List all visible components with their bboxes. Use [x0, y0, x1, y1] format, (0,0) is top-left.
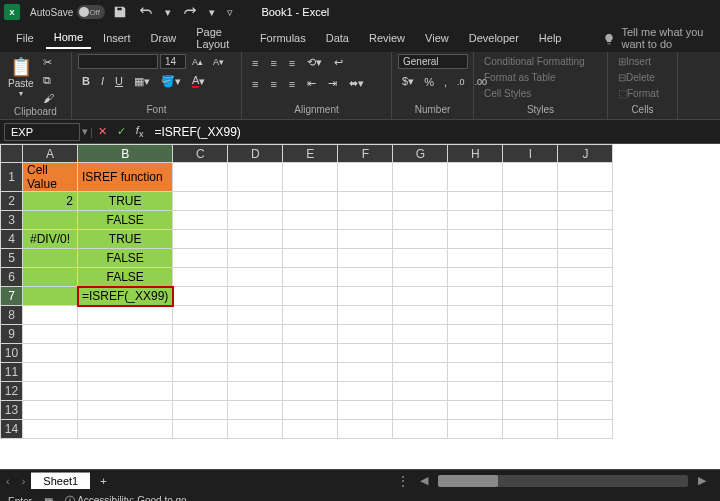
col-header-b[interactable]: B — [78, 145, 173, 163]
redo-icon[interactable] — [179, 5, 201, 19]
col-header-a[interactable]: A — [23, 145, 78, 163]
row-header-11[interactable]: 11 — [1, 363, 23, 382]
row-header-10[interactable]: 10 — [1, 344, 23, 363]
copy-icon[interactable]: ⧉ — [39, 72, 58, 89]
decrease-font-icon[interactable]: A▾ — [209, 55, 228, 69]
cell-b7-editing[interactable]: =ISREF(_XX99) — [78, 287, 173, 306]
row-header-9[interactable]: 9 — [1, 325, 23, 344]
paste-button[interactable]: 📋 Paste ▾ — [6, 54, 36, 100]
format-cells-button[interactable]: ⬚ Format — [614, 86, 663, 101]
cell-b3[interactable]: FALSE — [78, 211, 173, 230]
tab-help[interactable]: Help — [531, 28, 570, 48]
sheet-tab-sheet1[interactable]: Sheet1 — [31, 472, 90, 489]
row-header-4[interactable]: 4 — [1, 230, 23, 249]
cell-styles-button[interactable]: Cell Styles — [480, 86, 535, 101]
cell-a6[interactable] — [23, 268, 78, 287]
col-header-i[interactable]: I — [503, 145, 558, 163]
cell-a2[interactable]: 2 — [23, 192, 78, 211]
underline-button[interactable]: U — [111, 73, 127, 89]
horizontal-scrollbar[interactable] — [438, 475, 688, 487]
tab-home[interactable]: Home — [46, 27, 91, 49]
format-painter-icon[interactable]: 🖌 — [39, 90, 58, 106]
col-header-f[interactable]: F — [338, 145, 393, 163]
col-header-h[interactable]: H — [448, 145, 503, 163]
tab-formulas[interactable]: Formulas — [252, 28, 314, 48]
wrap-text-icon[interactable]: ↩ — [330, 54, 347, 71]
cell-a7[interactable] — [23, 287, 78, 306]
cell-a3[interactable] — [23, 211, 78, 230]
qat-customize-icon[interactable]: ▿ — [223, 6, 237, 19]
cell-b4[interactable]: TRUE — [78, 230, 173, 249]
increase-indent-icon[interactable]: ⇥ — [324, 75, 341, 92]
format-as-table-button[interactable]: Format as Table — [480, 70, 560, 85]
orientation-icon[interactable]: ⟲▾ — [303, 54, 326, 71]
row-header-3[interactable]: 3 — [1, 211, 23, 230]
comma-format-icon[interactable]: , — [440, 73, 451, 90]
save-icon[interactable] — [109, 5, 131, 19]
borders-icon[interactable]: ▦▾ — [130, 73, 154, 90]
tab-file[interactable]: File — [8, 28, 42, 48]
tab-insert[interactable]: Insert — [95, 28, 139, 48]
number-format-select[interactable] — [398, 54, 468, 69]
hscroll-left-icon[interactable]: ◀ — [414, 474, 434, 487]
cancel-formula-icon[interactable]: ✕ — [93, 125, 112, 138]
increase-font-icon[interactable]: A▴ — [188, 55, 207, 69]
accessibility-status[interactable]: ⓘ Accessibility: Good to go — [65, 494, 187, 501]
cut-icon[interactable]: ✂ — [39, 54, 58, 71]
align-bottom-icon[interactable]: ≡ — [285, 54, 299, 71]
undo-icon[interactable] — [135, 5, 157, 19]
col-header-c[interactable]: C — [173, 145, 228, 163]
bold-button[interactable]: B — [78, 73, 94, 89]
col-header-g[interactable]: G — [393, 145, 448, 163]
tab-review[interactable]: Review — [361, 28, 413, 48]
tab-draw[interactable]: Draw — [143, 28, 185, 48]
row-header-13[interactable]: 13 — [1, 401, 23, 420]
fill-color-icon[interactable]: 🪣▾ — [157, 73, 185, 90]
cell-b1[interactable]: ISREF function — [78, 163, 173, 192]
row-header-8[interactable]: 8 — [1, 306, 23, 325]
row-header-2[interactable]: 2 — [1, 192, 23, 211]
font-size-select[interactable] — [160, 54, 186, 69]
tell-me-search[interactable]: Tell me what you want to do — [603, 26, 712, 50]
cell[interactable] — [173, 163, 228, 192]
align-left-icon[interactable]: ≡ — [248, 75, 262, 92]
toggle-switch[interactable]: Off — [77, 5, 105, 19]
increase-decimal-icon[interactable]: .0 — [453, 73, 469, 90]
formula-input[interactable] — [149, 123, 721, 141]
percent-format-icon[interactable]: % — [420, 73, 438, 90]
insert-cells-button[interactable]: ⊞ Insert — [614, 54, 655, 69]
col-header-e[interactable]: E — [283, 145, 338, 163]
align-center-icon[interactable]: ≡ — [266, 75, 280, 92]
cell-b6[interactable]: FALSE — [78, 268, 173, 287]
tab-data[interactable]: Data — [318, 28, 357, 48]
row-header-5[interactable]: 5 — [1, 249, 23, 268]
tab-page-layout[interactable]: Page Layout — [188, 22, 248, 54]
autosave-toggle[interactable]: AutoSave Off — [30, 5, 105, 19]
sheet-nav-next-icon[interactable]: › — [16, 475, 32, 487]
align-top-icon[interactable]: ≡ — [248, 54, 262, 71]
align-right-icon[interactable]: ≡ — [285, 75, 299, 92]
col-header-j[interactable]: J — [558, 145, 613, 163]
font-color-icon[interactable]: A▾ — [188, 72, 209, 90]
col-header-d[interactable]: D — [228, 145, 283, 163]
scroll-split-icon[interactable]: ⋮ — [396, 473, 410, 489]
tab-developer[interactable]: Developer — [461, 28, 527, 48]
redo-dropdown-icon[interactable]: ▾ — [205, 6, 219, 19]
font-name-select[interactable] — [78, 54, 158, 69]
macro-record-icon[interactable]: ▦ — [44, 496, 53, 502]
accounting-format-icon[interactable]: $▾ — [398, 73, 418, 90]
cell-b2[interactable]: TRUE — [78, 192, 173, 211]
worksheet-grid[interactable]: A B C D E F G H I J 1 Cell Value ISREF f… — [0, 144, 720, 469]
row-header-7[interactable]: 7 — [1, 287, 23, 306]
name-box[interactable] — [4, 123, 80, 141]
select-all-corner[interactable] — [1, 145, 23, 163]
conditional-formatting-button[interactable]: Conditional Formatting — [480, 54, 589, 69]
row-header-1[interactable]: 1 — [1, 163, 23, 192]
align-middle-icon[interactable]: ≡ — [266, 54, 280, 71]
cell-a4[interactable]: #DIV/0! — [23, 230, 78, 249]
decrease-indent-icon[interactable]: ⇤ — [303, 75, 320, 92]
row-header-6[interactable]: 6 — [1, 268, 23, 287]
insert-function-icon[interactable]: fx — [131, 124, 149, 139]
row-header-14[interactable]: 14 — [1, 420, 23, 439]
delete-cells-button[interactable]: ⊟ Delete — [614, 70, 659, 85]
